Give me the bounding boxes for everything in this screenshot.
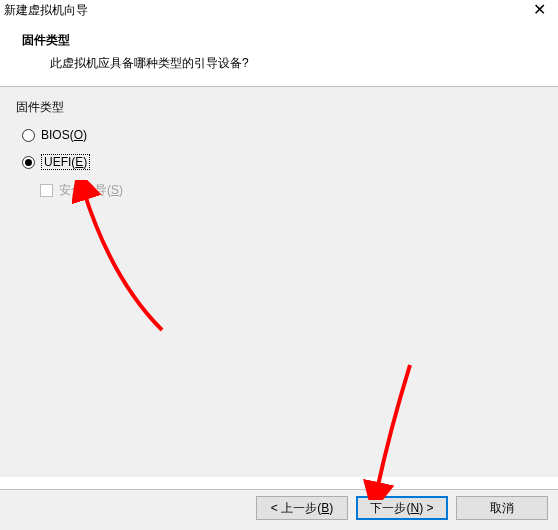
radio-uefi[interactable]: UEFI(E) [22, 154, 542, 170]
content-area: 固件类型 BIOS(O) UEFI(E) 安全引导(S) [0, 87, 558, 477]
checkbox-secure-boot: 安全引导(S) [40, 182, 542, 199]
title-bar: 新建虚拟机向导 ✕ [0, 0, 558, 22]
checkbox-secure-boot-label: 安全引导(S) [59, 182, 123, 199]
cancel-button[interactable]: 取消 [456, 496, 548, 520]
radio-uefi-label: UEFI(E) [41, 154, 90, 170]
button-bar: < 上一步(B) 下一步(N) > 取消 [0, 489, 558, 530]
page-subtitle: 此虚拟机应具备哪种类型的引导设备? [22, 55, 558, 72]
back-button[interactable]: < 上一步(B) [256, 496, 348, 520]
close-icon[interactable]: ✕ [527, 2, 552, 18]
radio-bios[interactable]: BIOS(O) [22, 128, 542, 142]
group-label: 固件类型 [16, 99, 542, 116]
wizard-header: 固件类型 此虚拟机应具备哪种类型的引导设备? [0, 22, 558, 86]
next-button[interactable]: 下一步(N) > [356, 496, 448, 520]
radio-bios-label: BIOS(O) [41, 128, 87, 142]
radio-icon [22, 156, 35, 169]
page-title: 固件类型 [22, 32, 558, 49]
checkbox-icon [40, 184, 53, 197]
window-title: 新建虚拟机向导 [4, 2, 88, 19]
radio-icon [22, 129, 35, 142]
